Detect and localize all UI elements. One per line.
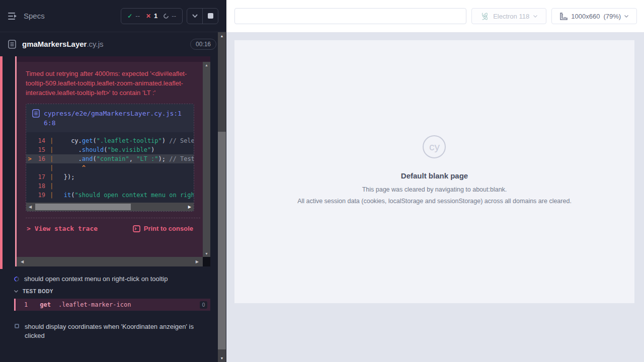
test-stats: ✓ -- ✕ 1 -- xyxy=(121,8,183,24)
error-actions: >View stack trace Print to console xyxy=(17,218,210,232)
spec-duration-badge: 00:16 xyxy=(190,39,216,50)
stat-pending: -- xyxy=(164,12,176,20)
url-input[interactable] xyxy=(234,8,466,24)
code-file-icon xyxy=(32,109,40,118)
command-number: 1 xyxy=(24,301,28,308)
scroll-right-icon[interactable]: ▶ xyxy=(188,205,191,209)
scrollbar-thumb[interactable] xyxy=(35,204,131,210)
spec-name: gmaMarkersLayer.cy.js xyxy=(22,40,103,48)
x-icon: ✕ xyxy=(146,13,151,20)
collapse-all-button[interactable] xyxy=(187,9,202,24)
test-body-section[interactable]: TEST BODY xyxy=(14,289,53,294)
pending-circle-icon xyxy=(163,12,170,19)
scroll-left-icon[interactable]: ◀ xyxy=(21,259,24,264)
code-line: 15| .should("be.visible") xyxy=(26,145,194,154)
cypress-app: Specs ✓ -- ✕ 1 -- xyxy=(0,0,644,362)
electron-icon xyxy=(480,12,489,21)
reporter-sidebar: Specs ✓ -- ✕ 1 -- xyxy=(0,0,226,362)
code-frame-header[interactable]: cypress/e2e/gmaMarkersLayer.cy.js:16:8 xyxy=(26,104,194,132)
code-line: >16| .and("contain", "LT :"); // Test xyxy=(26,154,194,163)
stop-button[interactable] xyxy=(203,9,218,24)
scrollbar-thumb[interactable] xyxy=(218,132,226,349)
command-selector: .leaflet-marker-icon xyxy=(58,301,131,308)
run-controls xyxy=(187,8,218,24)
error-file-link[interactable]: cypress/e2e/gmaMarkersLayer.cy.js:16:8 xyxy=(44,109,188,128)
code-line: 17| }); xyxy=(26,172,194,182)
spec-file-icon xyxy=(8,40,16,49)
specs-title: Specs xyxy=(24,12,45,20)
code-line: 19| it("should open context menu on righ xyxy=(26,191,194,200)
error-panel-top xyxy=(17,56,210,62)
scroll-up-icon[interactable]: ▲ xyxy=(218,34,226,38)
blank-page-title: Default blank page xyxy=(297,171,572,180)
code-horizontal-scrollbar[interactable]: ◀ ▶ xyxy=(26,203,194,211)
pending-count: -- xyxy=(172,12,176,20)
test-title: should display coordinates when 'Koordin… xyxy=(25,322,196,340)
code-lines: 14| cy.get(".leaflet-tooltip") // Sele15… xyxy=(26,132,194,203)
scroll-up-icon[interactable]: ▲ xyxy=(203,63,210,67)
code-frame: cypress/e2e/gmaMarkersLayer.cy.js:16:8 1… xyxy=(26,104,194,212)
scroll-down-icon[interactable]: ▼ xyxy=(203,252,210,255)
stat-passed: ✓ -- xyxy=(127,12,140,20)
browser-select[interactable]: Electron 118 xyxy=(471,8,547,24)
test-item-pending[interactable]: should display coordinates when 'Koordin… xyxy=(15,322,196,340)
scroll-left-icon[interactable]: ◀ xyxy=(29,205,32,209)
blank-page-line2: All active session data (cookies, localS… xyxy=(297,197,572,205)
chevron-down-icon xyxy=(624,15,628,18)
scrollbar-corner xyxy=(203,257,210,266)
error-message: Timed out retrying after 4000ms: expecte… xyxy=(26,69,196,98)
viewport-size: 1000x660 xyxy=(571,13,600,20)
sidebar-scrollbar[interactable]: ▲ ▼ xyxy=(218,32,226,362)
blank-page-line1: This page was cleared by navigating to a… xyxy=(297,186,572,194)
app-preview-area: Electron 118 1000x660 (79%) xyxy=(226,0,644,362)
spec-row[interactable]: gmaMarkersLayer.cy.js 00:16 xyxy=(0,32,226,56)
preview-stage: cy Default blank page This page was clea… xyxy=(226,32,644,362)
test-body-label: TEST BODY xyxy=(23,289,53,294)
preview-toolbar: Electron 118 1000x660 (79%) xyxy=(226,0,644,32)
running-spinner-icon xyxy=(13,276,20,283)
code-line: 18| xyxy=(26,182,194,191)
scroll-down-icon[interactable]: ▼ xyxy=(218,356,226,360)
browser-label: Electron 118 xyxy=(493,13,529,20)
stop-icon xyxy=(208,13,213,19)
command-yield-badge: 0 xyxy=(200,301,207,309)
aut-iframe: cy Default blank page This page was clea… xyxy=(234,40,634,303)
cypress-logo: cy xyxy=(423,135,446,158)
failed-attempt-strip xyxy=(0,56,3,269)
check-icon: ✓ xyxy=(127,13,132,20)
chevron-down-icon xyxy=(192,14,198,18)
chevron-down-icon xyxy=(533,15,537,18)
scroll-right-icon[interactable]: ▶ xyxy=(196,259,199,264)
spec-extension: .cy.js xyxy=(87,40,103,48)
command-log-row[interactable]: 1 get .leaflet-marker-icon 0 xyxy=(14,299,210,311)
reporter-header: Specs ✓ -- ✕ 1 -- xyxy=(0,0,226,32)
console-icon xyxy=(133,225,140,232)
error-vertical-scrollbar[interactable]: ▲ ▼ xyxy=(203,62,210,257)
error-horizontal-scrollbar[interactable]: ◀ ▶ xyxy=(17,257,203,266)
stat-failed: ✕ 1 xyxy=(146,12,157,20)
command-method: get xyxy=(40,301,51,308)
viewport-zoom: (79%) xyxy=(603,13,621,20)
code-line: 14| cy.get(".leaflet-tooltip") // Sele xyxy=(26,136,194,145)
print-to-console-button[interactable]: Print to console xyxy=(133,225,193,232)
ruler-icon xyxy=(560,13,568,20)
chevron-down-icon xyxy=(14,290,18,293)
caret-right-icon: > xyxy=(27,225,31,232)
failed-count: 1 xyxy=(154,12,157,20)
test-item-running[interactable]: should open context menu on right-click … xyxy=(14,275,208,284)
blank-page-message: cy Default blank page This page was clea… xyxy=(297,135,572,205)
test-title: should open context menu on right-click … xyxy=(24,275,168,284)
passed-count: -- xyxy=(135,12,140,20)
viewport-select[interactable]: 1000x660 (79%) xyxy=(551,8,637,24)
view-stack-trace-button[interactable]: >View stack trace xyxy=(27,225,98,232)
test-error-panel: Timed out retrying after 4000ms: expecte… xyxy=(15,56,210,266)
specs-menu-icon[interactable] xyxy=(8,13,17,20)
pending-box-icon xyxy=(15,324,19,328)
code-line: | ^ xyxy=(26,163,194,172)
